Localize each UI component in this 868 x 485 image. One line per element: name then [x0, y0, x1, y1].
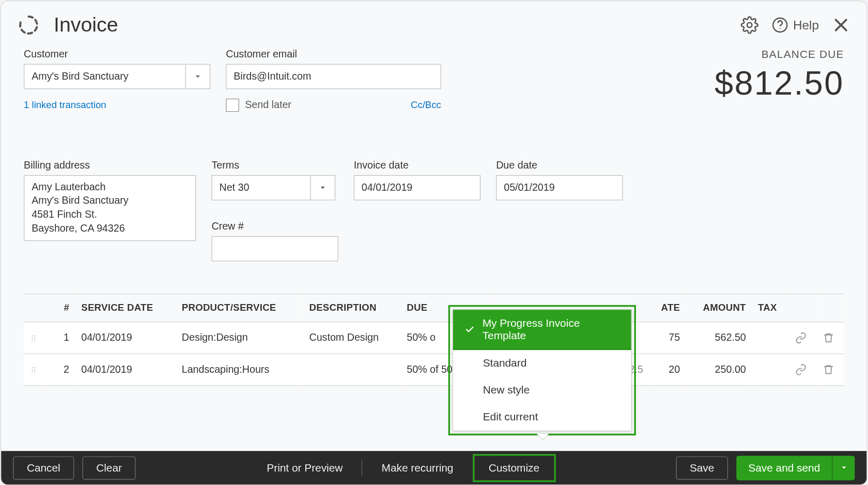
table-row[interactable]: 104/01/2019Design:DesignCustom Design50%… [24, 322, 844, 354]
customer-label: Customer [24, 49, 210, 60]
template-option[interactable]: Standard [453, 350, 631, 377]
linked-transaction-link[interactable]: 1 linked transaction [24, 100, 210, 111]
cell-rate[interactable]: 75 [649, 322, 686, 354]
table-row[interactable]: 204/01/2019Landscaping:Hours50% of 500.0… [24, 354, 844, 385]
save-and-send-dropdown[interactable] [832, 456, 855, 480]
balance-due-label: BALANCE DUE [715, 49, 844, 61]
svg-point-2 [779, 28, 780, 29]
cell-description[interactable] [303, 354, 401, 385]
svg-point-16 [34, 371, 35, 372]
due-date-label: Due date [496, 160, 623, 172]
template-option-label: New style [483, 384, 530, 397]
footer-bar: Cancel Clear Print or Preview Make recur… [1, 451, 866, 484]
customize-button[interactable]: Customize [472, 453, 555, 481]
cc-bcc-link[interactable]: Cc/Bcc [411, 100, 441, 111]
th-rate: ATE [649, 294, 686, 322]
save-button[interactable]: Save [676, 456, 728, 479]
cell-description[interactable]: Custom Design [303, 322, 401, 354]
terms-input[interactable] [211, 175, 310, 201]
billing-address-textarea[interactable]: Amy Lauterbach Amy's Bird Sanctuary 4581… [24, 175, 196, 241]
send-later-checkbox[interactable] [226, 99, 239, 112]
th-amount: AMOUNT [686, 294, 752, 322]
invoice-date-label: Invoice date [354, 160, 481, 172]
svg-point-5 [32, 335, 33, 336]
check-icon [465, 325, 475, 335]
svg-point-0 [747, 22, 752, 27]
template-option-label: Edit current [483, 411, 538, 423]
svg-point-12 [32, 369, 33, 370]
th-num: # [45, 294, 75, 322]
trash-icon[interactable] [816, 322, 844, 354]
svg-point-14 [34, 367, 35, 368]
cell-amount[interactable]: 562.50 [686, 322, 752, 354]
svg-point-15 [34, 369, 35, 370]
save-and-send-button[interactable]: Save and send [736, 456, 832, 480]
send-later-label[interactable]: Send later [245, 99, 405, 111]
close-icon[interactable] [832, 16, 850, 34]
svg-point-11 [32, 367, 33, 368]
template-option[interactable]: Edit current [453, 404, 631, 431]
svg-point-9 [34, 337, 35, 338]
cancel-button[interactable]: Cancel [13, 456, 74, 479]
make-recurring-button[interactable]: Make recurring [371, 461, 464, 474]
cell-rate[interactable]: 20 [649, 354, 686, 385]
template-option-label: My Progress Invoice Template [483, 317, 619, 342]
template-option-label: Standard [483, 357, 527, 370]
cell-product[interactable]: Landscaping:Hours [176, 354, 303, 385]
template-option[interactable]: New style [453, 377, 631, 404]
balance-due-value: $812.50 [715, 63, 844, 102]
customer-select[interactable] [24, 64, 210, 89]
customer-input[interactable] [24, 64, 185, 89]
cell-amount[interactable]: 250.00 [686, 354, 752, 385]
help-button[interactable]: Help [771, 17, 819, 33]
terms-select[interactable] [211, 175, 338, 201]
th-tax: TAX [752, 294, 789, 322]
popup-tail [537, 434, 549, 440]
template-popup-highlight: My Progress Invoice TemplateStandardNew … [448, 305, 636, 435]
cell-product[interactable]: Design:Design [176, 322, 303, 354]
drag-handle-icon[interactable] [24, 354, 45, 385]
print-preview-button[interactable]: Print or Preview [256, 461, 354, 474]
invoice-status-icon [18, 14, 40, 36]
due-date-input[interactable] [496, 175, 623, 201]
svg-point-13 [32, 371, 33, 372]
billing-address-label: Billing address [24, 160, 196, 172]
cell-service-date[interactable]: 04/01/2019 [75, 354, 176, 385]
th-service-date: SERVICE DATE [75, 294, 176, 322]
cell-num: 2 [45, 354, 75, 385]
page-title: Invoice [54, 13, 740, 36]
email-label: Customer email [226, 49, 441, 60]
svg-point-8 [34, 335, 35, 336]
help-label: Help [793, 18, 819, 32]
terms-label: Terms [211, 160, 338, 172]
cell-tax[interactable] [752, 322, 789, 354]
link-icon[interactable] [789, 354, 816, 385]
template-option[interactable]: My Progress Invoice Template [453, 310, 631, 350]
crew-label: Crew # [211, 221, 338, 233]
invoice-date-input[interactable] [354, 175, 481, 201]
svg-point-10 [34, 340, 35, 341]
customer-dropdown-caret[interactable] [185, 64, 211, 89]
header-bar: Invoice Help [1, 1, 866, 42]
crew-input[interactable] [211, 236, 338, 262]
line-items-table: # SERVICE DATE PRODUCT/SERVICE DESCRIPTI… [24, 294, 844, 386]
svg-point-7 [32, 340, 33, 341]
svg-point-6 [32, 337, 33, 338]
th-description: DESCRIPTION [303, 294, 401, 322]
drag-handle-icon[interactable] [24, 322, 45, 354]
clear-button[interactable]: Clear [83, 456, 136, 479]
link-icon[interactable] [789, 322, 816, 354]
th-product: PRODUCT/SERVICE [176, 294, 303, 322]
cell-service-date[interactable]: 04/01/2019 [75, 322, 176, 354]
cell-num: 1 [45, 322, 75, 354]
email-input[interactable] [226, 64, 441, 89]
template-popup: My Progress Invoice TemplateStandardNew … [453, 309, 632, 431]
trash-icon[interactable] [816, 354, 844, 385]
settings-gear-icon[interactable] [740, 16, 758, 34]
terms-dropdown-caret[interactable] [310, 175, 335, 201]
cell-tax[interactable] [752, 354, 789, 385]
